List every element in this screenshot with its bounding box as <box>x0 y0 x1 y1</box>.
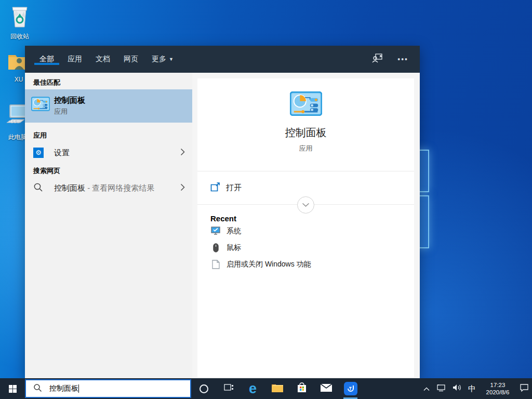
tray-date: 2020/8/6 <box>486 389 510 395</box>
cortana-icon <box>200 384 208 393</box>
tab-all[interactable]: 全部 <box>39 46 54 73</box>
preview-app-subtitle: 应用 <box>197 144 414 153</box>
windows-logo-icon <box>9 385 17 393</box>
preview-app-title: 控制面板 <box>197 126 414 140</box>
tray-time: 17:23 <box>490 382 506 388</box>
text-cursor <box>78 384 79 393</box>
recent-item-label: 系统 <box>227 227 241 236</box>
best-match-result-control-panel[interactable]: 控制面板 应用 <box>25 89 192 123</box>
search-panel-header: 全部 应用 文档 网页 更多 ▼ <box>25 46 420 73</box>
preview-card: 控制面板 应用 打开 Recent <box>197 78 414 377</box>
open-external-icon <box>210 182 220 194</box>
apps-section-header: 应用 <box>33 131 47 140</box>
store-button[interactable] <box>289 378 314 399</box>
taskbar: 控制面板 e <box>0 378 532 399</box>
search-filter-tabs: 全部 应用 文档 网页 更多 ▼ <box>39 46 174 73</box>
chevron-right-icon[interactable] <box>180 148 185 158</box>
recent-item-system[interactable]: 系统 <box>210 223 408 240</box>
search-results-list: 最佳匹配 <box>25 73 192 378</box>
search-icon <box>33 383 42 394</box>
recycle-bin-icon <box>4 5 35 31</box>
network-icon[interactable] <box>436 384 446 394</box>
control-panel-icon <box>290 91 322 118</box>
recent-item-windows-features[interactable]: 启用或关闭 Windows 功能 <box>210 256 408 273</box>
tab-documents[interactable]: 文档 <box>96 46 110 73</box>
tray-chevron-up-icon[interactable] <box>423 384 430 393</box>
feedback-icon[interactable] <box>371 53 383 65</box>
desktop-icon-label: 此电脑 <box>8 134 27 141</box>
file-explorer-icon <box>271 383 284 395</box>
taskbar-search-input[interactable]: 控制面板 <box>25 379 191 398</box>
chevron-down-icon: ▼ <box>169 57 174 62</box>
tab-web[interactable]: 网页 <box>124 46 138 73</box>
system-monitor-icon <box>210 227 221 236</box>
control-panel-icon <box>31 97 50 113</box>
ime-indicator[interactable]: 中 <box>468 384 476 394</box>
open-action-label: 打开 <box>226 183 242 193</box>
file-explorer-button[interactable] <box>265 378 289 399</box>
volume-icon[interactable] <box>453 384 461 393</box>
settings-gear-icon: ⚙ <box>33 148 44 158</box>
recent-section-header: Recent <box>210 214 408 223</box>
result-label: 设置 <box>54 148 70 158</box>
desktop-icon-label: XU <box>15 76 23 83</box>
best-match-title: 控制面板 <box>54 96 85 105</box>
recent-item-label: 鼠标 <box>227 243 241 252</box>
recent-item-mouse[interactable]: 鼠标 <box>210 240 408 256</box>
document-icon <box>210 260 221 269</box>
web-search-section-header: 搜索网页 <box>33 166 60 176</box>
mail-button[interactable] <box>314 378 338 399</box>
tab-more[interactable]: 更多 ▼ <box>152 46 174 73</box>
web-search-suffix: - 查看网络搜索结果 <box>87 183 154 192</box>
chevron-right-icon[interactable] <box>180 183 185 193</box>
clock[interactable]: 17:23 2020/8/6 <box>483 381 513 396</box>
recent-item-label: 启用或关闭 Windows 功能 <box>227 260 311 269</box>
best-match-subtitle: 应用 <box>54 107 85 116</box>
result-web-search[interactable]: 控制面板 - 查看网络搜索结果 <box>25 179 192 197</box>
task-view-icon <box>223 383 234 394</box>
cortana-button[interactable] <box>192 378 216 399</box>
action-center-icon[interactable] <box>520 383 529 394</box>
tab-apps[interactable]: 应用 <box>68 46 82 73</box>
task-view-button[interactable] <box>216 378 241 399</box>
start-button[interactable] <box>0 378 25 399</box>
web-search-query: 控制面板 <box>54 183 85 192</box>
mail-icon <box>320 383 332 394</box>
search-input-value: 控制面板 <box>49 384 78 393</box>
store-icon <box>296 382 308 395</box>
search-flyout-panel: 全部 应用 文档 网页 更多 ▼ <box>25 46 420 378</box>
driver-app-icon <box>344 382 357 395</box>
desktop-icon-label: 回收站 <box>10 33 29 40</box>
best-match-header: 最佳匹配 <box>33 78 60 87</box>
search-icon <box>33 182 43 194</box>
desktop-icon-recycle-bin[interactable]: 回收站 <box>4 5 35 41</box>
result-settings[interactable]: ⚙ 设置 <box>25 143 192 162</box>
edge-icon: e <box>249 382 257 396</box>
driver-app-button[interactable] <box>338 378 363 399</box>
more-options-icon[interactable]: ••• <box>397 55 408 63</box>
mouse-icon <box>210 243 221 252</box>
search-preview-pane: 控制面板 应用 打开 Recent <box>192 73 420 378</box>
edge-button[interactable]: e <box>241 378 265 399</box>
